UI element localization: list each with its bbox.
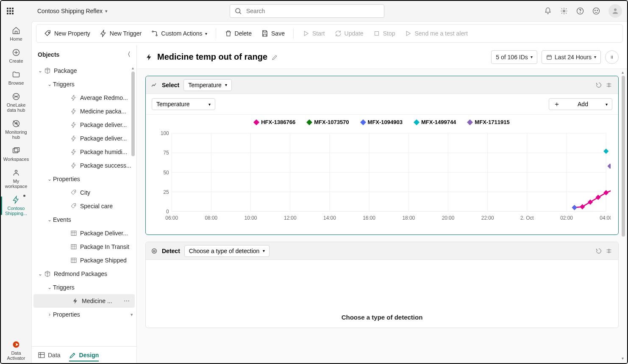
waffle-menu[interactable] [6,7,14,15]
nav-home[interactable]: Home [3,24,30,44]
svg-text:04:00: 04:00 [600,215,611,221]
tag-icon [70,203,78,210]
legend-item[interactable]: MFX-1711915 [468,119,509,125]
bell-icon[interactable] [544,7,552,15]
browse-icon [12,70,20,79]
tree-obj[interactable]: ⌄Redmond Packages [32,267,136,281]
chevron-down-icon: ▾ [105,8,108,14]
edit-icon[interactable] [272,54,278,61]
tree-item[interactable]: Package In Transit [32,240,136,254]
custom-actions-button[interactable]: Custom Actions ▾ [147,27,210,40]
workspace-selector[interactable]: Contoso Shipping Reflex ▾ [37,8,108,14]
select-measure-dropdown[interactable]: Temperature ▾ [183,79,232,91]
split-icon[interactable] [605,247,613,255]
delete-button[interactable]: Delete [221,27,255,40]
nav-csr[interactable]: Contoso Shipping... [3,193,30,218]
avatar[interactable] [609,4,622,18]
search-input[interactable] [245,7,380,15]
tree-obj[interactable]: ⌄Package [32,64,136,77]
svg-rect-33 [71,258,76,263]
search-input-wrapper[interactable] [230,4,384,18]
legend-item[interactable]: MFX-1073570 [307,119,349,125]
design-icon [69,351,77,359]
chevron-down-icon: ⌄ [46,284,53,290]
tag-icon [70,189,78,196]
nav-workspaces[interactable]: Workspaces [3,144,30,164]
svg-point-17 [15,170,17,172]
tree-item[interactable]: Average Redmo... [32,91,136,105]
table-icon [70,243,78,250]
tree-item[interactable]: Package Shipped [32,254,136,267]
select-label: Select [162,82,179,88]
legend-item[interactable]: MFX-1094903 [361,119,403,125]
legend-item[interactable]: HFX-1386766 [254,119,295,125]
add-button[interactable]: ＋ Add ▾ [549,98,612,110]
nav-data-activator[interactable]: Data Activator [3,338,30,363]
chevron-down-icon: ⌄ [37,271,44,277]
bolt-icon [70,162,78,169]
tab-data[interactable]: Data [38,351,61,359]
time-range-filter[interactable]: Last 24 Hours ▾ [542,50,601,64]
ids-filter[interactable]: 5 of 106 IDs ▾ [491,50,537,64]
tree-item[interactable]: City [32,186,136,199]
tree-group[interactable]: ⌄Triggers [32,77,136,91]
new-property-button[interactable]: New Property [41,27,94,40]
nav-create[interactable]: Create [3,46,30,66]
start-button: Start [299,27,328,40]
tab-design[interactable]: Design [69,351,99,361]
tree-group[interactable]: ⌄Triggers [32,281,136,294]
page-title: Medicine temp out of range [157,52,267,62]
help-icon[interactable] [576,7,584,15]
nav-browse[interactable]: Browse [3,68,30,88]
nav-myws[interactable]: My workspace [3,166,30,191]
svg-text:22:00: 22:00 [481,215,494,221]
undo-icon[interactable] [595,247,603,255]
chevron-down-icon: ⌄ [46,81,53,87]
svg-text:14:00: 14:00 [323,215,336,221]
new-trigger-button[interactable]: New Trigger [96,27,145,40]
svg-line-1 [239,12,241,14]
tree-item[interactable]: Package deliver... [32,118,136,132]
nav-onelake[interactable]: OneLake data hub [3,90,30,115]
measure-picker[interactable]: Temperature ▾ [152,98,215,110]
more-icon[interactable]: ⋯ [122,298,131,304]
tree-item[interactable]: Package humidi... [32,145,136,159]
main-scrollbar[interactable]: ▴ ▾ [622,70,626,361]
svg-text:2. Oct: 2. Oct [520,215,534,221]
nav-monitoring[interactable]: Monitoring hub [3,117,30,142]
tree-group[interactable]: ›Properties▾ [32,308,136,321]
chevron-down-icon: ⌄ [46,176,53,182]
collapse-panel-icon[interactable]: 〈 [125,51,131,58]
tree-item[interactable]: Medicine ...⋯ [33,294,135,308]
table-icon [70,230,78,237]
left-nav: HomeCreateBrowseOneLake data hubMonitori… [1,21,31,363]
feedback-icon[interactable] [592,7,600,15]
objects-scrollbar[interactable]: ▴ [131,66,136,345]
svg-line-14 [13,121,19,126]
tree-item[interactable]: Special care [32,199,136,213]
detect-type-dropdown[interactable]: Choose a type of detection ▾ [184,245,270,257]
pause-button[interactable] [605,50,619,64]
undo-icon[interactable] [595,81,603,89]
monitoring-icon [12,119,20,128]
pause-icon [609,55,614,60]
gear-icon[interactable] [560,7,568,15]
search-icon [234,7,242,15]
tree-group[interactable]: ⌄Events [32,213,136,226]
stop-icon [373,30,381,37]
legend-item[interactable]: MFX-1499744 [414,119,456,125]
chart-legend: HFX-1386766MFX-1073570MFX-1094903MFX-149… [153,119,611,125]
update-button: Update [331,27,367,40]
tree-item[interactable]: Package Deliver... [32,226,136,240]
tree-item[interactable]: Package success... [32,159,136,172]
svg-point-98 [153,250,155,252]
tree-item[interactable]: Package deliver... [32,132,136,145]
svg-text:0: 0 [166,209,169,215]
svg-text:25: 25 [163,189,169,195]
svg-rect-16 [14,148,19,152]
save-button[interactable]: Save [258,27,288,40]
tree-item[interactable]: Medicine packa... [32,105,136,118]
tree-group[interactable]: ⌄Properties [32,172,136,186]
svg-rect-94 [572,205,577,210]
split-icon[interactable] [605,81,613,89]
